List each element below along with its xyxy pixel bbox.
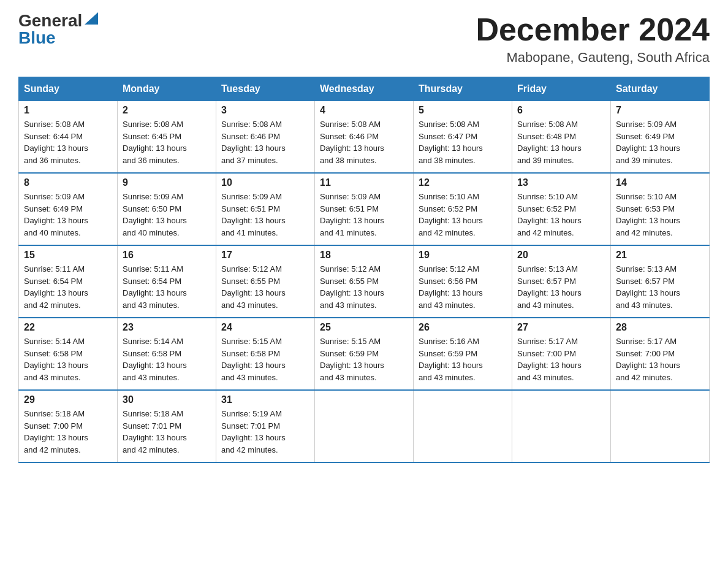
table-row: 1 Sunrise: 5:08 AMSunset: 6:44 PMDayligh… bbox=[19, 101, 118, 174]
day-number: 21 bbox=[616, 250, 704, 261]
calendar-week-row: 15 Sunrise: 5:11 AMSunset: 6:54 PMDaylig… bbox=[19, 245, 710, 318]
day-info: Sunrise: 5:08 AMSunset: 6:45 PMDaylight:… bbox=[123, 120, 187, 165]
day-info: Sunrise: 5:10 AMSunset: 6:53 PMDaylight:… bbox=[616, 192, 680, 237]
day-number: 23 bbox=[123, 322, 211, 333]
day-number: 27 bbox=[517, 322, 605, 333]
day-info: Sunrise: 5:18 AMSunset: 7:00 PMDaylight:… bbox=[24, 409, 88, 454]
day-info: Sunrise: 5:10 AMSunset: 6:52 PMDaylight:… bbox=[419, 192, 483, 237]
day-info: Sunrise: 5:14 AMSunset: 6:58 PMDaylight:… bbox=[123, 337, 187, 382]
day-number: 28 bbox=[616, 322, 704, 333]
logo-general-text: General bbox=[18, 12, 82, 29]
day-number: 1 bbox=[24, 105, 112, 116]
day-info: Sunrise: 5:09 AMSunset: 6:50 PMDaylight:… bbox=[123, 192, 187, 237]
day-number: 3 bbox=[221, 105, 309, 116]
table-row: 22 Sunrise: 5:14 AMSunset: 6:58 PMDaylig… bbox=[19, 318, 118, 390]
table-row: 18 Sunrise: 5:12 AMSunset: 6:55 PMDaylig… bbox=[315, 245, 414, 318]
col-monday: Monday bbox=[118, 77, 216, 101]
calendar-week-row: 8 Sunrise: 5:09 AMSunset: 6:49 PMDayligh… bbox=[19, 173, 710, 245]
table-row: 11 Sunrise: 5:09 AMSunset: 6:51 PMDaylig… bbox=[315, 173, 414, 245]
table-row: 20 Sunrise: 5:13 AMSunset: 6:57 PMDaylig… bbox=[512, 245, 611, 318]
header: General Blue December 2024 Mabopane, Gau… bbox=[18, 12, 710, 66]
day-number: 7 bbox=[616, 105, 704, 116]
table-row bbox=[611, 390, 710, 462]
calendar-week-row: 1 Sunrise: 5:08 AMSunset: 6:44 PMDayligh… bbox=[19, 101, 710, 174]
day-info: Sunrise: 5:13 AMSunset: 6:57 PMDaylight:… bbox=[517, 264, 582, 310]
table-row: 31 Sunrise: 5:19 AMSunset: 7:01 PMDaylig… bbox=[216, 390, 315, 462]
table-row: 14 Sunrise: 5:10 AMSunset: 6:53 PMDaylig… bbox=[611, 173, 710, 245]
table-row bbox=[414, 390, 512, 462]
day-info: Sunrise: 5:09 AMSunset: 6:49 PMDaylight:… bbox=[24, 192, 88, 237]
day-info: Sunrise: 5:18 AMSunset: 7:01 PMDaylight:… bbox=[123, 409, 187, 454]
logo-blue-text: Blue bbox=[18, 29, 56, 47]
day-info: Sunrise: 5:17 AMSunset: 7:00 PMDaylight:… bbox=[517, 337, 582, 382]
day-info: Sunrise: 5:08 AMSunset: 6:47 PMDaylight:… bbox=[419, 120, 483, 165]
calendar-subtitle: Mabopane, Gauteng, South Africa bbox=[476, 50, 710, 66]
title-area: December 2024 Mabopane, Gauteng, South A… bbox=[476, 12, 710, 66]
day-number: 9 bbox=[123, 177, 211, 188]
day-info: Sunrise: 5:12 AMSunset: 6:55 PMDaylight:… bbox=[221, 264, 286, 310]
day-info: Sunrise: 5:15 AMSunset: 6:58 PMDaylight:… bbox=[221, 337, 286, 382]
col-sunday: Sunday bbox=[19, 77, 118, 101]
day-number: 2 bbox=[123, 105, 211, 116]
table-row: 6 Sunrise: 5:08 AMSunset: 6:48 PMDayligh… bbox=[512, 101, 611, 174]
day-number: 10 bbox=[221, 177, 309, 188]
table-row: 2 Sunrise: 5:08 AMSunset: 6:45 PMDayligh… bbox=[118, 101, 216, 174]
table-row: 30 Sunrise: 5:18 AMSunset: 7:01 PMDaylig… bbox=[118, 390, 216, 462]
day-info: Sunrise: 5:10 AMSunset: 6:52 PMDaylight:… bbox=[517, 192, 582, 237]
table-row: 8 Sunrise: 5:09 AMSunset: 6:49 PMDayligh… bbox=[19, 173, 118, 245]
day-info: Sunrise: 5:08 AMSunset: 6:44 PMDaylight:… bbox=[24, 120, 88, 165]
day-info: Sunrise: 5:09 AMSunset: 6:49 PMDaylight:… bbox=[616, 120, 680, 165]
table-row: 23 Sunrise: 5:14 AMSunset: 6:58 PMDaylig… bbox=[118, 318, 216, 390]
day-number: 5 bbox=[419, 105, 507, 116]
logo: General Blue bbox=[18, 12, 98, 47]
table-row: 10 Sunrise: 5:09 AMSunset: 6:51 PMDaylig… bbox=[216, 173, 315, 245]
calendar-title: December 2024 bbox=[476, 12, 710, 47]
table-row bbox=[512, 390, 611, 462]
svg-marker-0 bbox=[85, 12, 98, 25]
calendar-header-row: Sunday Monday Tuesday Wednesday Thursday… bbox=[19, 77, 710, 101]
day-info: Sunrise: 5:19 AMSunset: 7:01 PMDaylight:… bbox=[221, 409, 286, 454]
day-number: 17 bbox=[221, 250, 309, 261]
day-info: Sunrise: 5:13 AMSunset: 6:57 PMDaylight:… bbox=[616, 264, 680, 310]
table-row: 17 Sunrise: 5:12 AMSunset: 6:55 PMDaylig… bbox=[216, 245, 315, 318]
day-number: 4 bbox=[320, 105, 408, 116]
day-info: Sunrise: 5:08 AMSunset: 6:46 PMDaylight:… bbox=[320, 120, 384, 165]
calendar-table: Sunday Monday Tuesday Wednesday Thursday… bbox=[18, 77, 710, 463]
logo-triangle-icon bbox=[85, 12, 98, 25]
table-row: 13 Sunrise: 5:10 AMSunset: 6:52 PMDaylig… bbox=[512, 173, 611, 245]
col-wednesday: Wednesday bbox=[315, 77, 414, 101]
day-info: Sunrise: 5:12 AMSunset: 6:56 PMDaylight:… bbox=[419, 264, 483, 310]
calendar-week-row: 22 Sunrise: 5:14 AMSunset: 6:58 PMDaylig… bbox=[19, 318, 710, 390]
table-row: 9 Sunrise: 5:09 AMSunset: 6:50 PMDayligh… bbox=[118, 173, 216, 245]
table-row: 27 Sunrise: 5:17 AMSunset: 7:00 PMDaylig… bbox=[512, 318, 611, 390]
day-number: 13 bbox=[517, 177, 605, 188]
day-number: 8 bbox=[24, 177, 112, 188]
col-saturday: Saturday bbox=[611, 77, 710, 101]
day-number: 26 bbox=[419, 322, 507, 333]
calendar-week-row: 29 Sunrise: 5:18 AMSunset: 7:00 PMDaylig… bbox=[19, 390, 710, 462]
day-info: Sunrise: 5:12 AMSunset: 6:55 PMDaylight:… bbox=[320, 264, 384, 310]
table-row: 26 Sunrise: 5:16 AMSunset: 6:59 PMDaylig… bbox=[414, 318, 512, 390]
table-row bbox=[315, 390, 414, 462]
day-info: Sunrise: 5:15 AMSunset: 6:59 PMDaylight:… bbox=[320, 337, 384, 382]
table-row: 19 Sunrise: 5:12 AMSunset: 6:56 PMDaylig… bbox=[414, 245, 512, 318]
day-number: 11 bbox=[320, 177, 408, 188]
day-number: 24 bbox=[221, 322, 309, 333]
table-row: 3 Sunrise: 5:08 AMSunset: 6:46 PMDayligh… bbox=[216, 101, 315, 174]
day-info: Sunrise: 5:09 AMSunset: 6:51 PMDaylight:… bbox=[320, 192, 384, 237]
day-number: 29 bbox=[24, 394, 112, 405]
day-number: 18 bbox=[320, 250, 408, 261]
table-row: 28 Sunrise: 5:17 AMSunset: 7:00 PMDaylig… bbox=[611, 318, 710, 390]
day-info: Sunrise: 5:09 AMSunset: 6:51 PMDaylight:… bbox=[221, 192, 286, 237]
day-number: 31 bbox=[221, 394, 309, 405]
day-number: 22 bbox=[24, 322, 112, 333]
day-info: Sunrise: 5:16 AMSunset: 6:59 PMDaylight:… bbox=[419, 337, 483, 382]
day-info: Sunrise: 5:17 AMSunset: 7:00 PMDaylight:… bbox=[616, 337, 680, 382]
col-friday: Friday bbox=[512, 77, 611, 101]
table-row: 7 Sunrise: 5:09 AMSunset: 6:49 PMDayligh… bbox=[611, 101, 710, 174]
day-number: 19 bbox=[419, 250, 507, 261]
table-row: 21 Sunrise: 5:13 AMSunset: 6:57 PMDaylig… bbox=[611, 245, 710, 318]
day-info: Sunrise: 5:08 AMSunset: 6:46 PMDaylight:… bbox=[221, 120, 286, 165]
table-row: 12 Sunrise: 5:10 AMSunset: 6:52 PMDaylig… bbox=[414, 173, 512, 245]
day-number: 6 bbox=[517, 105, 605, 116]
